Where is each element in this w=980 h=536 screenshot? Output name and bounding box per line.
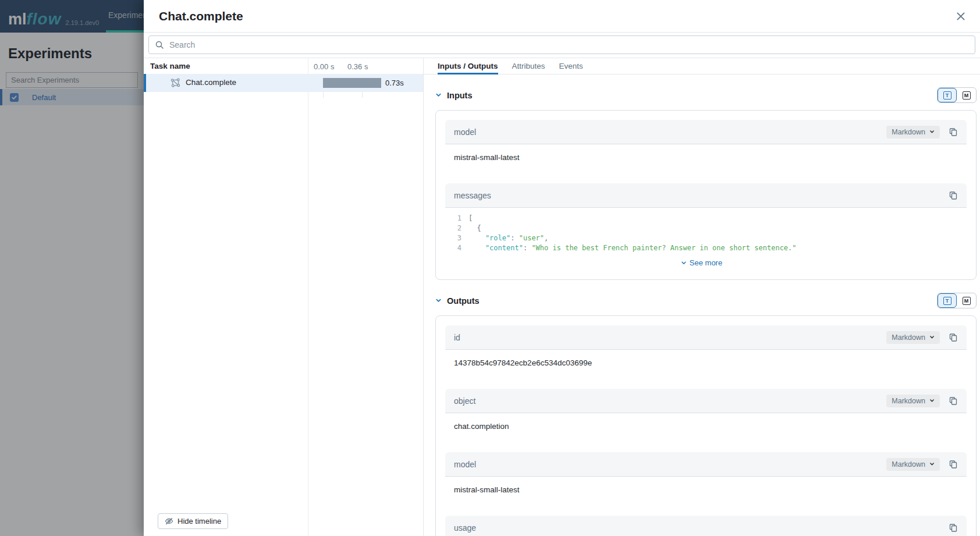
- detail-scroll-area[interactable]: Inputs T M model: [424, 74, 980, 536]
- input-card-model: model Markdown mistral-small-latest: [445, 120, 967, 172]
- card-value: chat.completion: [445, 413, 967, 441]
- copy-icon[interactable]: [949, 191, 958, 200]
- input-card-messages: messages 1[2 {3 "role": "user",4 "conten…: [445, 183, 967, 270]
- inputs-section-header: Inputs T M: [435, 87, 977, 103]
- tab-attributes[interactable]: Attributes: [512, 58, 545, 74]
- chevron-down-icon: [929, 462, 935, 467]
- card-controls: [949, 523, 958, 533]
- timeline-tick-label: 0.36 s: [347, 62, 368, 71]
- card-controls: [949, 191, 958, 200]
- code-line: 1[: [445, 214, 958, 223]
- search-input[interactable]: [169, 40, 969, 49]
- task-timeline-divider: [308, 58, 308, 536]
- output-card-id: id Markdown 14378b54c97842ecb2e6c534dc0: [445, 325, 967, 377]
- inputs-collapse-toggle[interactable]: Inputs: [435, 91, 473, 100]
- card-controls: Markdown: [886, 126, 958, 139]
- close-icon[interactable]: [956, 11, 966, 22]
- line-number: 1: [445, 214, 468, 223]
- card-header: id Markdown: [445, 325, 967, 350]
- code-text: {: [468, 223, 481, 233]
- span-duration: 0.73s: [385, 79, 404, 87]
- chevron-down-icon: [681, 260, 687, 266]
- hide-timeline-label: Hide timeline: [177, 517, 221, 526]
- trace-detail-drawer: Chat.complete Task name 0.00 s 0.36 s: [144, 0, 980, 536]
- timeline-empty-area: [144, 92, 423, 513]
- chevron-down-icon: [435, 92, 442, 98]
- card-header: object Markdown: [445, 389, 967, 413]
- outputs-cards-container: id Markdown 14378b54c97842ecb2e6c534dc0: [435, 315, 977, 536]
- copy-icon[interactable]: [949, 523, 958, 533]
- code-line: 4 "content": "Who is the best French pai…: [445, 243, 958, 253]
- chevron-down-icon: [929, 335, 935, 340]
- renderer-select-value: Markdown: [892, 128, 925, 136]
- line-number: 4: [445, 243, 468, 253]
- renderer-select[interactable]: Markdown: [886, 126, 940, 139]
- text-mode-button[interactable]: T: [938, 88, 957, 102]
- see-more-link[interactable]: See more: [445, 253, 958, 269]
- code-text: "role": "user",: [468, 233, 548, 243]
- selected-row-accent: [144, 74, 146, 92]
- span-row-chat-complete[interactable]: Chat.complete 0.73s: [144, 74, 423, 92]
- timeline-pane: Task name 0.00 s 0.36 s Chat.complete 0.…: [144, 58, 424, 536]
- chevron-down-icon: [435, 297, 442, 304]
- card-label: model: [454, 460, 476, 469]
- card-controls: Markdown: [886, 331, 958, 344]
- code-text: [: [468, 214, 473, 223]
- card-header: model Markdown: [445, 452, 967, 477]
- tab-inputs-outputs[interactable]: Inputs / Outputs: [438, 58, 498, 74]
- copy-icon[interactable]: [949, 460, 958, 469]
- renderer-select-value: Markdown: [892, 333, 925, 342]
- drawer-body: Task name 0.00 s 0.36 s Chat.complete 0.…: [144, 58, 980, 536]
- render-mode-toggle: T M: [937, 87, 977, 103]
- copy-icon[interactable]: [949, 127, 958, 137]
- render-mode-toggle: T M: [937, 293, 977, 308]
- card-label: messages: [454, 191, 491, 200]
- renderer-select[interactable]: Markdown: [886, 331, 940, 344]
- eye-slash-icon: [165, 517, 173, 526]
- markdown-mode-button[interactable]: M: [957, 293, 976, 308]
- outputs-section-header: Outputs T M: [435, 293, 977, 308]
- card-label: usage: [454, 523, 476, 533]
- code-text: "content": "Who is the best French paint…: [468, 243, 797, 253]
- task-name-column-header: Task name: [150, 62, 190, 70]
- card-header: usage: [445, 516, 967, 536]
- renderer-select-value: Markdown: [892, 397, 925, 405]
- inputs-cards-container: model Markdown mistral-small-latest: [435, 110, 977, 280]
- output-card-model: model Markdown mistral-small-latest: [445, 452, 967, 504]
- chevron-down-icon: [929, 398, 935, 403]
- renderer-select[interactable]: Markdown: [886, 395, 940, 407]
- search-box[interactable]: [148, 36, 975, 54]
- card-header: model Markdown: [445, 120, 967, 144]
- see-more-label: See more: [690, 258, 722, 267]
- outputs-collapse-toggle[interactable]: Outputs: [435, 296, 480, 306]
- tab-events[interactable]: Events: [559, 58, 583, 74]
- drawer-header: Chat.complete: [144, 0, 980, 33]
- text-mode-button[interactable]: T: [938, 293, 957, 308]
- inputs-section: Inputs T M model: [435, 87, 977, 280]
- span-name: Chat.complete: [186, 78, 236, 87]
- line-number: 2: [445, 223, 468, 233]
- copy-icon[interactable]: [949, 333, 958, 342]
- output-card-object: object Markdown chat.completion: [445, 389, 967, 441]
- code-line: 2 {: [445, 223, 958, 233]
- code-block: 1[2 {3 "role": "user",4 "content": "Who …: [445, 208, 967, 270]
- card-header: messages: [445, 183, 967, 208]
- gantt-bar[interactable]: [323, 78, 381, 88]
- markdown-mode-button[interactable]: M: [957, 88, 976, 102]
- modal-backdrop[interactable]: [0, 0, 144, 536]
- drawer-search-row: [144, 33, 980, 58]
- card-controls: Markdown: [886, 395, 958, 407]
- output-card-usage: usage 1{2 "prompt_tokens": 16,: [445, 516, 967, 536]
- detail-pane: Inputs / Outputs Attributes Events Input…: [424, 58, 980, 536]
- renderer-select[interactable]: Markdown: [886, 458, 940, 471]
- hide-timeline-button[interactable]: Hide timeline: [158, 513, 228, 529]
- markdown-mode-icon: M: [963, 297, 971, 305]
- outputs-section-title: Outputs: [447, 296, 480, 306]
- renderer-select-value: Markdown: [892, 460, 925, 468]
- search-icon: [155, 40, 164, 49]
- code-line: 3 "role": "user",: [445, 233, 958, 243]
- card-label: object: [454, 396, 475, 406]
- copy-icon[interactable]: [949, 396, 958, 406]
- card-label: id: [454, 333, 460, 342]
- drawer-title: Chat.complete: [159, 9, 243, 23]
